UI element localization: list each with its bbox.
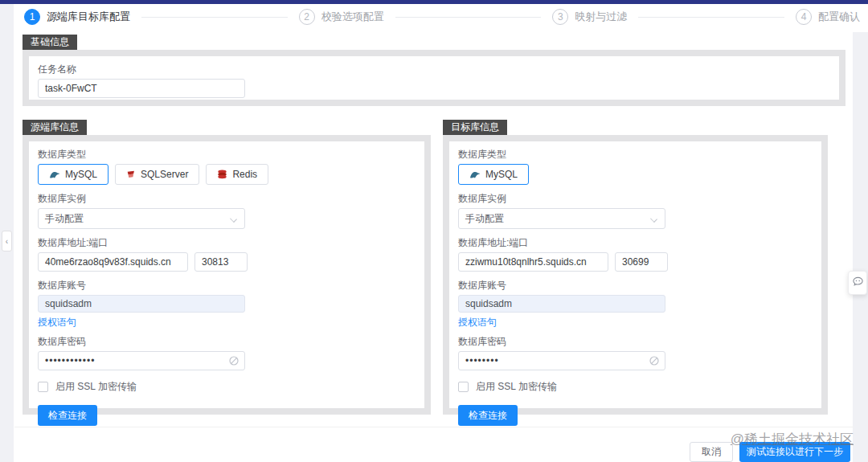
target-check-connection-button[interactable]: 检查连接 [458,405,518,426]
source-account-input [38,295,245,313]
step-3-label: 映射与过滤 [575,10,627,24]
source-type-sqlserver-button[interactable]: SQLServer [115,164,199,185]
source-grant-statement-link[interactable]: 授权语句 [38,316,76,329]
target-address-port-label: 数据库地址:端口 [458,237,813,248]
step-connector [638,17,784,18]
step-2-label: 校验选项配置 [321,10,384,24]
chevron-down-icon [650,215,657,223]
step-1-label: 源端库目标库配置 [47,10,130,24]
source-db-instance-select[interactable]: 手动配置 [38,208,245,229]
source-type-redis-button[interactable]: Redis [206,164,268,185]
step-2-circle: 2 [299,9,315,25]
cancel-button[interactable]: 取消 [690,442,733,462]
chat-bubble-icon [852,276,864,291]
source-port-input[interactable] [194,252,248,272]
step-1-source-target-config[interactable]: 1 源端库目标库配置 [24,9,130,25]
step-connector [141,17,288,18]
source-db-type-group: MySQL SQLServer Redis [38,164,416,185]
source-ssl-checkbox[interactable] [38,382,48,392]
chevron-down-icon [230,215,237,223]
target-db-instance-value: 手动配置 [465,212,504,226]
source-type-sqlserver-label: SQLServer [141,169,188,180]
mysql-icon [469,170,481,179]
source-type-mysql-button[interactable]: MySQL [38,164,108,185]
target-db-instance-label: 数据库实例 [458,193,813,204]
source-account-label: 数据库账号 [38,280,416,291]
source-db-instance-value: 手动配置 [45,212,84,226]
source-db-section-tag: 源端库信息 [23,120,87,135]
step-4-label: 配置确认 [818,10,860,24]
target-type-mysql-button[interactable]: MySQL [458,164,529,185]
footer-divider [14,427,854,427]
target-db-panel: 数据库类型 MySQL 数据库实例 手动配置 数据库地址:端口 数 [443,135,828,415]
test-connection-next-button[interactable]: 测试连接以进行下一步 [739,442,850,462]
target-type-mysql-label: MySQL [485,169,518,180]
target-password-label: 数据库密码 [458,336,813,347]
top-accent-bar [0,0,868,4]
target-db-type-label: 数据库类型 [458,149,813,160]
chevron-left-icon: ‹ [6,237,8,246]
target-db-instance-select[interactable]: 手动配置 [458,208,665,229]
target-account-label: 数据库账号 [458,280,813,291]
step-connector [395,17,542,18]
footer-actions: 取消 测试连接以进行下一步 [690,442,850,462]
eye-off-icon[interactable] [649,355,660,370]
step-2-verify-options[interactable]: 2 校验选项配置 [299,9,384,25]
source-type-mysql-label: MySQL [65,169,97,180]
sidebar-collapse-handle[interactable]: ‹ [2,231,12,251]
source-db-panel: 数据库类型 MySQL SQLServer Redis 数据库实例 手动配 [23,135,431,415]
redis-icon [217,170,227,179]
target-db-type-group: MySQL [458,164,813,185]
mysql-icon [49,170,60,179]
feedback-chat-button[interactable] [848,271,867,295]
target-account-input [458,295,665,313]
source-ssl-label: 启用 SSL 加密传输 [55,380,137,394]
step-3-circle: 3 [552,9,568,25]
basic-info-panel: 任务名称 [23,50,845,106]
source-check-connection-button[interactable]: 检查连接 [38,405,97,426]
target-port-input[interactable] [615,252,668,272]
task-name-label: 任务名称 [38,63,830,75]
wizard-stepper: 1 源端库目标库配置 2 校验选项配置 3 映射与过滤 4 配置确认 [24,8,860,26]
step-4-confirm[interactable]: 4 配置确认 [796,9,860,25]
source-password-label: 数据库密码 [38,336,416,347]
target-grant-statement-link[interactable]: 授权语句 [458,316,497,329]
source-db-type-label: 数据库类型 [38,149,416,160]
task-name-input[interactable] [38,79,245,98]
step-1-circle: 1 [24,9,40,25]
source-db-instance-label: 数据库实例 [38,193,416,204]
target-ssl-label: 启用 SSL 加密传输 [476,380,557,394]
source-type-redis-label: Redis [232,169,257,180]
basic-info-section-tag: 基础信息 [23,35,77,50]
target-password-input[interactable] [458,351,665,370]
target-db-section-tag: 目标库信息 [443,120,507,135]
source-address-input[interactable] [38,252,188,272]
sqlserver-icon [126,170,136,179]
target-address-input[interactable] [458,252,608,272]
source-address-port-label: 数据库地址:端口 [38,237,416,248]
step-3-mapping-filter[interactable]: 3 映射与过滤 [552,9,627,25]
target-ssl-checkbox[interactable] [458,382,469,392]
eye-off-icon[interactable] [228,355,240,370]
step-4-circle: 4 [796,9,812,25]
right-margin-strip [853,32,868,462]
source-password-input[interactable] [38,351,245,370]
